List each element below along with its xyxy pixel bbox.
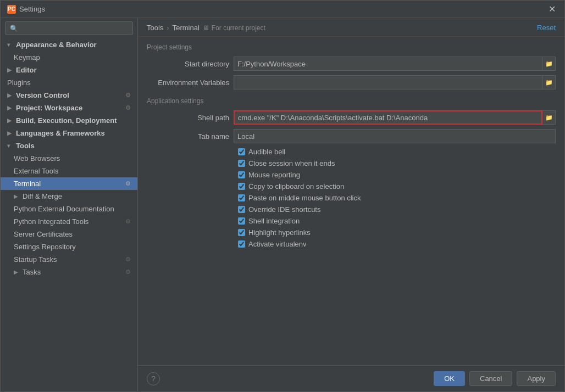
checkbox-override-ide[interactable] — [238, 206, 245, 213]
shell-path-label: Shell path — [147, 114, 229, 122]
sidebar-item-python-ext-doc[interactable]: Python External Documentation — [1, 203, 137, 215]
breadcrumb-sep: › — [167, 24, 169, 32]
content-body: Project settings Start directory 📁 Envir… — [138, 37, 564, 365]
apply-button[interactable]: Apply — [517, 371, 556, 386]
shell-path-browse-btn[interactable]: 📁 — [542, 110, 556, 125]
checkbox-label-mouse-reporting: Mouse reporting — [248, 171, 300, 179]
tab-name-input[interactable] — [234, 129, 556, 143]
checkbox-audible-bell[interactable] — [238, 148, 245, 155]
main-content: Tools › Terminal 🖥 For current project R… — [138, 18, 564, 391]
sidebar-item-web-browsers[interactable]: Web Browsers — [1, 152, 137, 165]
app-settings-label: Application settings — [147, 97, 556, 105]
checkbox-row-paste-middle: Paste on middle mouse button click — [238, 194, 556, 202]
sidebar-item-keymap[interactable]: Keymap — [1, 51, 137, 64]
for-project-label: 🖥 For current project — [203, 24, 265, 32]
bottom-bar: ? OK Cancel Apply — [138, 365, 564, 391]
checkbox-row-copy-clipboard: Copy to clipboard on selection — [238, 182, 556, 191]
shell-path-input-group: 📁 — [234, 110, 556, 125]
checkbox-copy-clipboard[interactable] — [238, 183, 245, 190]
expand-arrow-lang: ▶ — [7, 130, 14, 136]
sidebar-item-build[interactable]: ▶ Build, Execution, Deployment — [1, 114, 137, 127]
tab-name-label: Tab name — [147, 132, 229, 141]
checkbox-close-session[interactable] — [238, 160, 245, 167]
checkbox-label-override-ide: Override IDE shortcuts — [248, 205, 321, 214]
window-title: Settings — [19, 5, 45, 13]
title-bar: PC Settings ✕ — [1, 1, 564, 18]
sidebar-item-tasks[interactable]: ▶ Tasks ⚙ — [1, 266, 137, 278]
expand-arrow-tasks: ▶ — [14, 269, 20, 275]
checkbox-highlight-hyperlinks[interactable] — [238, 229, 245, 236]
expand-arrow: ▾ — [7, 42, 14, 48]
start-directory-input[interactable] — [234, 57, 542, 71]
sidebar-item-server-certs[interactable]: Server Certificates — [1, 228, 137, 240]
dialog-body: 🔍 ▾ Appearance & Behavior Keymap ▶ Edito… — [1, 18, 564, 391]
checkbox-label-paste-middle: Paste on middle mouse button click — [248, 194, 361, 202]
checkbox-label-copy-clipboard: Copy to clipboard on selection — [248, 182, 344, 191]
expand-arrow-project: ▶ — [7, 105, 14, 111]
breadcrumb: Tools › Terminal 🖥 For current project — [147, 24, 265, 32]
checkbox-label-activate-virtualenv: Activate virtualenv — [248, 240, 307, 248]
sidebar: 🔍 ▾ Appearance & Behavior Keymap ▶ Edito… — [1, 18, 138, 391]
checkbox-row-mouse-reporting: Mouse reporting — [238, 171, 556, 179]
sidebar-item-languages[interactable]: ▶ Languages & Frameworks — [1, 127, 137, 139]
checkboxes-container: Audible bellClose session when it endsMo… — [147, 148, 556, 248]
shell-path-input[interactable] — [234, 110, 542, 125]
sidebar-item-startup-tasks[interactable]: Startup Tasks ⚙ — [1, 253, 137, 266]
tab-name-row: Tab name — [147, 129, 556, 143]
start-directory-label: Start directory — [147, 60, 229, 68]
sidebar-item-appearance[interactable]: ▾ Appearance & Behavior — [1, 38, 137, 51]
checkbox-row-highlight-hyperlinks: Highlight hyperlinks — [238, 228, 556, 237]
start-directory-browse-btn[interactable]: 📁 — [542, 57, 556, 71]
sidebar-item-editor[interactable]: ▶ Editor — [1, 64, 137, 76]
expand-arrow-vc: ▶ — [7, 92, 14, 98]
checkbox-paste-middle[interactable] — [238, 194, 245, 201]
search-icon: 🔍 — [10, 25, 18, 32]
ok-button[interactable]: OK — [434, 371, 465, 386]
checkbox-row-override-ide: Override IDE shortcuts — [238, 205, 556, 214]
cancel-button[interactable]: Cancel — [469, 371, 512, 386]
gear-icon-terminal: ⚙ — [125, 180, 131, 187]
sidebar-item-settings-repo[interactable]: Settings Repository — [1, 240, 137, 253]
gear-icon-project: ⚙ — [125, 104, 131, 111]
tab-name-input-group — [234, 129, 556, 143]
search-box[interactable]: 🔍 — [5, 21, 133, 35]
checkbox-activate-virtualenv[interactable] — [238, 240, 245, 248]
expand-arrow-tools: ▾ — [7, 143, 14, 149]
checkbox-row-audible-bell: Audible bell — [238, 148, 556, 156]
sidebar-item-version-control[interactable]: ▶ Version Control ⚙ — [1, 89, 137, 102]
checkbox-label-highlight-hyperlinks: Highlight hyperlinks — [248, 228, 311, 237]
reset-button[interactable]: Reset — [537, 24, 556, 32]
sidebar-item-external-tools[interactable]: External Tools — [1, 165, 137, 177]
checkbox-shell-integration[interactable] — [238, 217, 245, 225]
gear-icon-vc: ⚙ — [125, 92, 131, 99]
sidebar-item-plugins[interactable]: Plugins — [1, 76, 137, 89]
sidebar-item-project[interactable]: ▶ Project: Workspace ⚙ — [1, 102, 137, 114]
help-button[interactable]: ? — [147, 372, 160, 385]
sidebar-item-python-int-tools[interactable]: Python Integrated Tools ⚙ — [1, 215, 137, 228]
checkbox-label-close-session: Close session when it ends — [248, 159, 335, 167]
start-directory-input-group: 📁 — [234, 57, 556, 71]
project-settings-label: Project settings — [147, 43, 556, 51]
close-button[interactable]: ✕ — [546, 4, 558, 15]
env-variables-row: Environment Variables 📁 — [147, 75, 556, 89]
checkbox-row-shell-integration: Shell integration — [238, 217, 556, 225]
content-header: Tools › Terminal 🖥 For current project R… — [138, 18, 564, 37]
title-bar-left: PC Settings — [7, 5, 45, 14]
shell-path-row: Shell path 📁 — [147, 110, 556, 125]
sidebar-item-tools[interactable]: ▾ Tools — [1, 139, 137, 152]
checkbox-row-close-session: Close session when it ends — [238, 159, 556, 167]
env-variables-input-group: 📁 — [234, 75, 556, 89]
sidebar-item-terminal[interactable]: Terminal ⚙ — [1, 177, 137, 190]
gear-icon-tasks: ⚙ — [125, 268, 131, 276]
app-icon: PC — [7, 5, 16, 14]
gear-icon-python-tools: ⚙ — [125, 218, 131, 225]
env-variables-input[interactable] — [234, 75, 542, 89]
gear-icon-startup: ⚙ — [125, 256, 131, 263]
env-variables-browse-btn[interactable]: 📁 — [542, 75, 556, 89]
search-input[interactable] — [20, 24, 128, 32]
settings-dialog: PC Settings ✕ 🔍 ▾ Appearance & Behavior … — [0, 0, 565, 392]
start-directory-row: Start directory 📁 — [147, 57, 556, 71]
checkbox-label-shell-integration: Shell integration — [248, 217, 300, 225]
sidebar-item-diff-merge[interactable]: ▶ Diff & Merge — [1, 190, 137, 203]
checkbox-mouse-reporting[interactable] — [238, 171, 245, 178]
